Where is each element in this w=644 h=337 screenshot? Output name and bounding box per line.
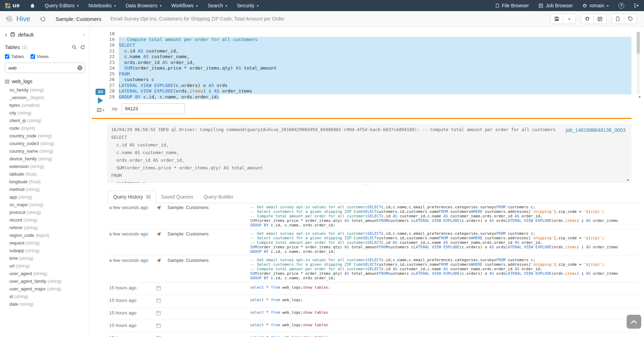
code-line[interactable]: 18 <box>107 31 631 37</box>
column-type: (string) <box>36 133 52 138</box>
column-item[interactable]: device_family (string) <box>9 155 85 163</box>
file-browser-link[interactable]: File Browser <box>490 0 534 11</box>
table-item-web-logs[interactable]: web_logs <box>5 79 85 84</box>
history-sql-line: SUM(order_items.price * order_items.qty)… <box>250 218 638 223</box>
filter-views-option[interactable]: Views <box>31 54 49 59</box>
column-item[interactable]: os_major (string) <box>9 201 85 209</box>
editor-scrollbar[interactable] <box>637 32 640 95</box>
clear-search-icon[interactable]: × <box>77 65 82 70</box>
column-item[interactable]: code (tinyint) <box>9 125 85 132</box>
column-item[interactable]: method (string) <box>9 186 85 193</box>
history-row[interactable]: a few seconds ago Sample: Customers-- Ge… <box>107 256 639 282</box>
nav-workflows[interactable]: Workflows▾ <box>166 0 203 11</box>
history-row[interactable]: 15 hours ago select * from web_logs;show… <box>107 307 639 320</box>
assist-map-button[interactable]: ▾ <box>97 108 105 112</box>
search-tables-button[interactable] <box>72 45 77 50</box>
table-search-input[interactable] <box>5 63 85 73</box>
column-item[interactable]: app (string) <box>9 193 85 201</box>
code-line[interactable]: 21 c.id AS customer_id, <box>107 48 631 54</box>
column-item[interactable]: country_code3 (string) <box>9 140 85 147</box>
home-button[interactable] <box>25 0 40 11</box>
schedule-button[interactable] <box>594 14 606 24</box>
column-item[interactable]: record (string) <box>9 216 85 224</box>
database-name[interactable]: default <box>18 32 34 38</box>
hue-logo[interactable]: ue <box>0 0 25 11</box>
save-button[interactable] <box>550 14 563 24</box>
history-row[interactable]: 15 hours ago select * from web_logs;show… <box>107 332 639 337</box>
job-link[interactable]: job_1461888648136_0003 <box>564 127 627 134</box>
views-checkbox[interactable] <box>31 54 35 59</box>
column-item[interactable]: subapp (string) <box>9 247 85 255</box>
column-item[interactable]: id (string) <box>9 293 85 300</box>
column-item[interactable]: _version_ (bigint) <box>9 94 85 102</box>
scroll-to-top-button[interactable] <box>627 315 641 329</box>
column-item[interactable]: protocol (string) <box>9 209 85 216</box>
column-item[interactable]: user_agent_family (string) <box>9 278 85 285</box>
code-line[interactable]: 20SELECT <box>107 42 631 48</box>
nav-security[interactable]: Security▾ <box>232 0 264 11</box>
column-item[interactable]: url (string) <box>9 262 85 270</box>
filter-tables-option[interactable]: Tables <box>5 54 24 59</box>
column-item[interactable]: os_family (string) <box>9 86 85 94</box>
column-item[interactable]: longitude (float) <box>9 178 85 186</box>
editor-scroll-down-icon[interactable]: ▾ <box>639 95 641 99</box>
code-line[interactable]: 27LATERAL VIEW EXPLODE(c.orders) o AS or… <box>107 83 631 89</box>
job-browser-link[interactable]: Job Browser <box>534 0 578 11</box>
history-row[interactable]: 15 hours ago select * from web_logs; <box>107 295 639 307</box>
execute-button[interactable] <box>98 97 103 104</box>
user-menu[interactable]: romain ▾ <box>578 0 613 11</box>
nav-search[interactable]: Search▾ <box>203 0 232 11</box>
code-line[interactable]: 24 SUM(order_items.price * order_items.q… <box>107 65 631 71</box>
column-item[interactable]: country_code (string) <box>9 132 85 140</box>
column-item[interactable]: client_ip (string) <box>9 117 85 125</box>
column-item[interactable]: date (string) <box>9 300 85 308</box>
resize-handle[interactable]: ··· <box>90 119 644 124</box>
column-item[interactable]: user_agent_major (string) <box>9 285 85 293</box>
save-dropdown-button[interactable]: ▾ <box>563 14 576 24</box>
resize-handle-2[interactable]: ··· <box>90 183 644 188</box>
column-item[interactable]: time (string) <box>9 255 85 262</box>
column-item[interactable]: extension (string) <box>9 163 85 170</box>
query-history-button[interactable] <box>40 16 46 22</box>
column-item[interactable]: user_agent (string) <box>9 270 85 278</box>
tags-button[interactable] <box>624 14 637 24</box>
column-name: extension <box>9 164 29 169</box>
settings-button[interactable] <box>581 14 594 24</box>
nav-data-browsers[interactable]: Data Browsers▾ <box>121 0 166 11</box>
code-line[interactable]: 19-- Compute total amount per order for … <box>107 37 631 43</box>
variable-input[interactable] <box>122 103 185 114</box>
back-chevron-icon[interactable]: ‹ <box>5 31 7 38</box>
tab-query-history[interactable]: Query History <box>108 191 156 203</box>
column-item[interactable]: referer (string) <box>9 224 85 232</box>
code-line[interactable]: 26 customers c <box>107 77 631 83</box>
history-row[interactable]: a few seconds ago Sample: Customers-- Ge… <box>107 230 639 256</box>
history-row[interactable]: 15 hours ago select * from web_logs;show… <box>107 282 639 295</box>
new-query-button[interactable] <box>611 14 624 24</box>
code-line[interactable]: 25FROM <box>107 71 631 77</box>
history-time: a few seconds ago <box>108 258 156 263</box>
column-item[interactable]: latitude (float) <box>9 170 85 178</box>
log-scroll-down-icon[interactable]: ▾ <box>627 178 629 182</box>
code-line[interactable]: 23 ords.order_id AS order_id, <box>107 60 631 66</box>
sql-editor[interactable]: 18 19-- Compute total amount per order f… <box>107 31 631 100</box>
history-row[interactable]: a few seconds ago Sample: Customers-- Ge… <box>107 203 639 230</box>
collapse-sidebar-icon[interactable]: ‹ <box>83 31 85 38</box>
code-line[interactable]: 22 c.name AS customer_name, <box>107 54 631 60</box>
code-line[interactable]: 28LATERAL VIEW EXPLODE(ords.items) i AS … <box>107 88 631 94</box>
tab-query-builder[interactable]: Query Builder <box>198 191 239 203</box>
nav-notebooks[interactable]: Notebooks▾ <box>83 0 121 11</box>
column-item[interactable]: country_name (string) <box>9 147 85 155</box>
tab-saved-queries[interactable]: Saved Queries <box>156 191 199 203</box>
nav-query-editors[interactable]: Query Editors▾ <box>40 0 84 11</box>
column-item[interactable]: request (string) <box>9 239 85 247</box>
column-item[interactable]: region_code (bigint) <box>9 232 85 239</box>
refresh-tables-button[interactable] <box>80 45 85 50</box>
code-line[interactable]: 29GROUP BY c.id, c.name, ords.order_id; <box>107 94 631 100</box>
logout-button[interactable] <box>629 0 644 11</box>
editor-scrollbar-thumb[interactable] <box>637 32 640 54</box>
tables-checkbox[interactable] <box>5 54 9 59</box>
history-row[interactable]: 15 hours ago select * from web_logs;show… <box>107 320 639 332</box>
help-button[interactable]: ? <box>613 0 629 11</box>
column-item[interactable]: city (string) <box>9 109 85 117</box>
column-item[interactable]: bytes (smallint) <box>9 102 85 109</box>
